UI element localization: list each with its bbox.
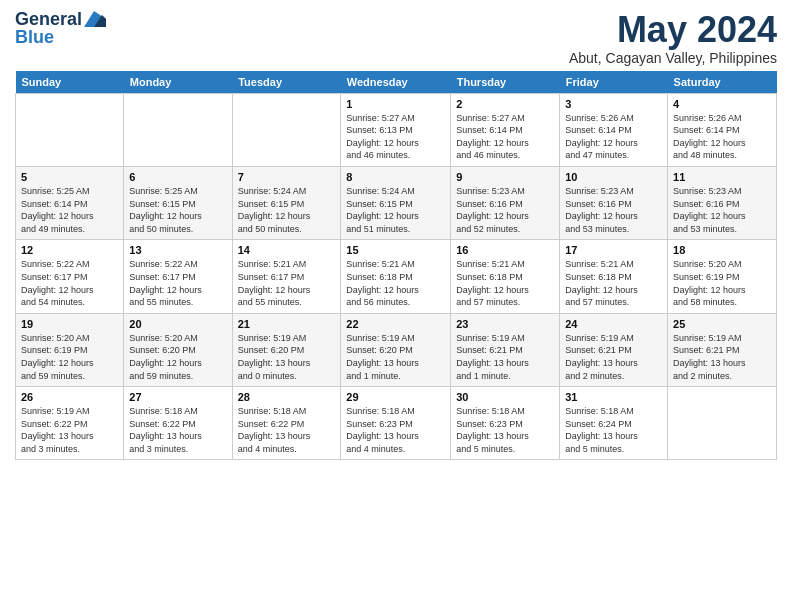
day-info: Sunrise: 5:23 AM Sunset: 6:16 PM Dayligh… [673, 185, 771, 235]
header-friday: Friday [560, 71, 668, 94]
logo-blue: Blue [15, 28, 106, 48]
table-row: 10Sunrise: 5:23 AM Sunset: 6:16 PM Dayli… [560, 166, 668, 239]
table-row [124, 93, 232, 166]
header-tuesday: Tuesday [232, 71, 341, 94]
table-row: 15Sunrise: 5:21 AM Sunset: 6:18 PM Dayli… [341, 240, 451, 313]
day-number: 1 [346, 98, 445, 110]
table-row: 23Sunrise: 5:19 AM Sunset: 6:21 PM Dayli… [451, 313, 560, 386]
day-number: 20 [129, 318, 226, 330]
day-info: Sunrise: 5:27 AM Sunset: 6:13 PM Dayligh… [346, 112, 445, 162]
table-row: 31Sunrise: 5:18 AM Sunset: 6:24 PM Dayli… [560, 387, 668, 460]
table-row: 27Sunrise: 5:18 AM Sunset: 6:22 PM Dayli… [124, 387, 232, 460]
table-row: 21Sunrise: 5:19 AM Sunset: 6:20 PM Dayli… [232, 313, 341, 386]
table-row: 6Sunrise: 5:25 AM Sunset: 6:15 PM Daylig… [124, 166, 232, 239]
day-number: 21 [238, 318, 336, 330]
header-sunday: Sunday [16, 71, 124, 94]
calendar-week-row: 19Sunrise: 5:20 AM Sunset: 6:19 PM Dayli… [16, 313, 777, 386]
day-number: 25 [673, 318, 771, 330]
calendar-container: General Blue May 2024 Abut, Cagayan Vall… [0, 0, 792, 470]
day-number: 2 [456, 98, 554, 110]
day-number: 3 [565, 98, 662, 110]
day-number: 26 [21, 391, 118, 403]
day-info: Sunrise: 5:24 AM Sunset: 6:15 PM Dayligh… [346, 185, 445, 235]
day-info: Sunrise: 5:27 AM Sunset: 6:14 PM Dayligh… [456, 112, 554, 162]
day-number: 13 [129, 244, 226, 256]
day-number: 30 [456, 391, 554, 403]
table-row: 26Sunrise: 5:19 AM Sunset: 6:22 PM Dayli… [16, 387, 124, 460]
day-info: Sunrise: 5:19 AM Sunset: 6:20 PM Dayligh… [238, 332, 336, 382]
day-number: 12 [21, 244, 118, 256]
day-info: Sunrise: 5:22 AM Sunset: 6:17 PM Dayligh… [21, 258, 118, 308]
day-info: Sunrise: 5:22 AM Sunset: 6:17 PM Dayligh… [129, 258, 226, 308]
month-title: May 2024 [569, 10, 777, 50]
day-number: 19 [21, 318, 118, 330]
day-number: 29 [346, 391, 445, 403]
day-info: Sunrise: 5:21 AM Sunset: 6:17 PM Dayligh… [238, 258, 336, 308]
day-info: Sunrise: 5:23 AM Sunset: 6:16 PM Dayligh… [456, 185, 554, 235]
day-info: Sunrise: 5:18 AM Sunset: 6:23 PM Dayligh… [346, 405, 445, 455]
day-info: Sunrise: 5:26 AM Sunset: 6:14 PM Dayligh… [565, 112, 662, 162]
day-number: 27 [129, 391, 226, 403]
day-number: 5 [21, 171, 118, 183]
day-number: 24 [565, 318, 662, 330]
calendar-table: Sunday Monday Tuesday Wednesday Thursday… [15, 71, 777, 461]
table-row: 29Sunrise: 5:18 AM Sunset: 6:23 PM Dayli… [341, 387, 451, 460]
header-saturday: Saturday [668, 71, 777, 94]
table-row: 4Sunrise: 5:26 AM Sunset: 6:14 PM Daylig… [668, 93, 777, 166]
day-info: Sunrise: 5:20 AM Sunset: 6:19 PM Dayligh… [673, 258, 771, 308]
table-row: 17Sunrise: 5:21 AM Sunset: 6:18 PM Dayli… [560, 240, 668, 313]
calendar-week-row: 12Sunrise: 5:22 AM Sunset: 6:17 PM Dayli… [16, 240, 777, 313]
logo-icon [84, 11, 106, 27]
table-row: 3Sunrise: 5:26 AM Sunset: 6:14 PM Daylig… [560, 93, 668, 166]
table-row: 28Sunrise: 5:18 AM Sunset: 6:22 PM Dayli… [232, 387, 341, 460]
day-number: 16 [456, 244, 554, 256]
table-row: 7Sunrise: 5:24 AM Sunset: 6:15 PM Daylig… [232, 166, 341, 239]
day-number: 17 [565, 244, 662, 256]
table-row: 12Sunrise: 5:22 AM Sunset: 6:17 PM Dayli… [16, 240, 124, 313]
day-info: Sunrise: 5:21 AM Sunset: 6:18 PM Dayligh… [456, 258, 554, 308]
table-row: 13Sunrise: 5:22 AM Sunset: 6:17 PM Dayli… [124, 240, 232, 313]
day-info: Sunrise: 5:19 AM Sunset: 6:21 PM Dayligh… [565, 332, 662, 382]
table-row: 30Sunrise: 5:18 AM Sunset: 6:23 PM Dayli… [451, 387, 560, 460]
table-row: 18Sunrise: 5:20 AM Sunset: 6:19 PM Dayli… [668, 240, 777, 313]
day-number: 22 [346, 318, 445, 330]
day-info: Sunrise: 5:18 AM Sunset: 6:23 PM Dayligh… [456, 405, 554, 455]
day-info: Sunrise: 5:21 AM Sunset: 6:18 PM Dayligh… [346, 258, 445, 308]
day-number: 6 [129, 171, 226, 183]
table-row: 1Sunrise: 5:27 AM Sunset: 6:13 PM Daylig… [341, 93, 451, 166]
day-number: 4 [673, 98, 771, 110]
day-info: Sunrise: 5:18 AM Sunset: 6:24 PM Dayligh… [565, 405, 662, 455]
table-row: 8Sunrise: 5:24 AM Sunset: 6:15 PM Daylig… [341, 166, 451, 239]
day-number: 18 [673, 244, 771, 256]
day-number: 10 [565, 171, 662, 183]
day-info: Sunrise: 5:19 AM Sunset: 6:21 PM Dayligh… [456, 332, 554, 382]
day-number: 15 [346, 244, 445, 256]
day-info: Sunrise: 5:26 AM Sunset: 6:14 PM Dayligh… [673, 112, 771, 162]
table-row: 16Sunrise: 5:21 AM Sunset: 6:18 PM Dayli… [451, 240, 560, 313]
table-row: 14Sunrise: 5:21 AM Sunset: 6:17 PM Dayli… [232, 240, 341, 313]
table-row: 9Sunrise: 5:23 AM Sunset: 6:16 PM Daylig… [451, 166, 560, 239]
day-info: Sunrise: 5:24 AM Sunset: 6:15 PM Dayligh… [238, 185, 336, 235]
table-row: 25Sunrise: 5:19 AM Sunset: 6:21 PM Dayli… [668, 313, 777, 386]
day-number: 9 [456, 171, 554, 183]
day-info: Sunrise: 5:19 AM Sunset: 6:21 PM Dayligh… [673, 332, 771, 382]
logo: General Blue [15, 10, 106, 48]
day-info: Sunrise: 5:25 AM Sunset: 6:15 PM Dayligh… [129, 185, 226, 235]
day-number: 8 [346, 171, 445, 183]
day-info: Sunrise: 5:20 AM Sunset: 6:19 PM Dayligh… [21, 332, 118, 382]
day-info: Sunrise: 5:23 AM Sunset: 6:16 PM Dayligh… [565, 185, 662, 235]
title-section: May 2024 Abut, Cagayan Valley, Philippin… [569, 10, 777, 66]
calendar-header-row: Sunday Monday Tuesday Wednesday Thursday… [16, 71, 777, 94]
day-info: Sunrise: 5:20 AM Sunset: 6:20 PM Dayligh… [129, 332, 226, 382]
day-number: 14 [238, 244, 336, 256]
calendar-week-row: 26Sunrise: 5:19 AM Sunset: 6:22 PM Dayli… [16, 387, 777, 460]
header-monday: Monday [124, 71, 232, 94]
header-thursday: Thursday [451, 71, 560, 94]
day-number: 28 [238, 391, 336, 403]
day-info: Sunrise: 5:18 AM Sunset: 6:22 PM Dayligh… [129, 405, 226, 455]
day-number: 31 [565, 391, 662, 403]
day-number: 23 [456, 318, 554, 330]
day-info: Sunrise: 5:18 AM Sunset: 6:22 PM Dayligh… [238, 405, 336, 455]
table-row [668, 387, 777, 460]
day-info: Sunrise: 5:25 AM Sunset: 6:14 PM Dayligh… [21, 185, 118, 235]
